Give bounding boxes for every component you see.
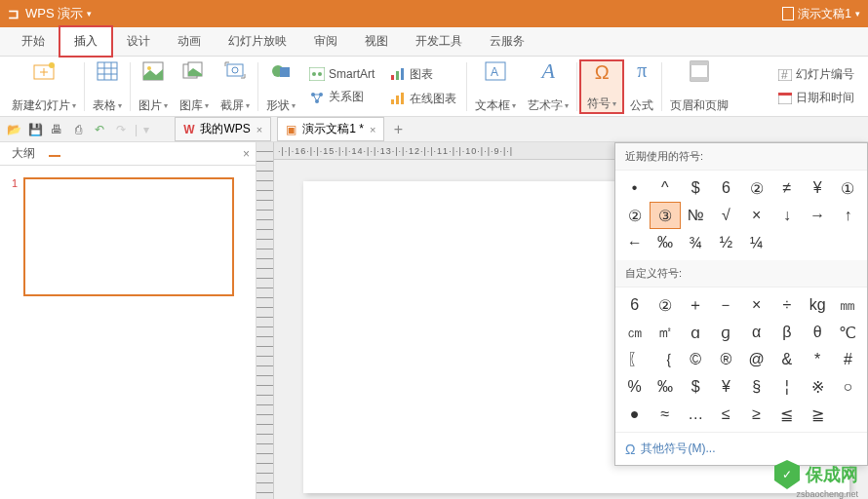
symbol-cell[interactable]: √: [711, 202, 741, 229]
symbol-cell[interactable]: §: [741, 373, 771, 401]
table-button[interactable]: 表格▾: [87, 59, 128, 114]
symbol-cell[interactable]: ×: [741, 291, 771, 319]
print-preview-icon[interactable]: ⎙: [70, 122, 86, 137]
symbol-cell[interactable]: ‰: [650, 229, 680, 256]
shape-button[interactable]: 形状▾: [260, 59, 301, 114]
symbol-cell[interactable]: ½: [711, 229, 741, 256]
symbol-cell[interactable]: －: [711, 291, 741, 319]
symbol-cell[interactable]: &: [771, 346, 802, 373]
symbol-cell[interactable]: ○: [833, 373, 863, 401]
symbol-cell[interactable]: 6: [711, 174, 741, 202]
textbox-button[interactable]: A 文本框▾: [469, 59, 522, 114]
symbol-cell[interactable]: ②: [650, 291, 680, 319]
symbol-cell[interactable]: @: [741, 346, 771, 373]
tab-document[interactable]: ▣ 演示文稿1 * ×: [277, 117, 384, 141]
symbol-cell[interactable]: ɑ: [681, 319, 711, 346]
symbol-cell[interactable]: %: [619, 373, 650, 401]
menu-2[interactable]: 设计: [113, 27, 164, 56]
symbol-cell[interactable]: ●: [619, 401, 650, 428]
new-tab-icon[interactable]: +: [390, 122, 406, 137]
print-icon[interactable]: 🖶: [49, 122, 64, 137]
menu-8[interactable]: 云服务: [476, 27, 538, 56]
datetime-button[interactable]: 日期和时间: [776, 88, 856, 108]
symbol-cell[interactable]: ↑: [833, 202, 863, 229]
formula-button[interactable]: π 公式: [624, 59, 659, 114]
tab-my-wps[interactable]: W 我的WPS ×: [175, 117, 271, 141]
menu-7[interactable]: 开发工具: [402, 27, 476, 56]
symbol-cell[interactable]: ¼: [741, 229, 771, 256]
menu-1[interactable]: 插入: [59, 25, 113, 58]
save-icon[interactable]: 💾: [27, 122, 43, 137]
symbol-cell[interactable]: •: [619, 174, 650, 202]
new-slide-button[interactable]: 新建幻灯片▾: [6, 59, 82, 114]
symbol-cell[interactable]: #: [833, 346, 863, 373]
header-footer-button[interactable]: 页眉和页脚: [664, 59, 734, 114]
gallery-button[interactable]: 图库▾: [174, 59, 215, 114]
symbol-cell[interactable]: 〖: [619, 346, 650, 373]
title-dropdown-icon[interactable]: ▾: [87, 9, 92, 19]
symbol-cell[interactable]: ≤: [711, 401, 741, 428]
outline-tab[interactable]: 大纲: [6, 143, 41, 164]
symbol-cell[interactable]: ×: [741, 202, 771, 229]
symbol-cell[interactable]: θ: [803, 319, 833, 346]
symbol-cell[interactable]: ≥: [741, 401, 771, 428]
symbol-cell[interactable]: №: [681, 202, 711, 229]
wordart-button[interactable]: A 艺术字▾: [522, 59, 574, 114]
symbol-cell[interactable]: ℃: [833, 319, 863, 346]
symbol-cell[interactable]: ÷: [771, 291, 802, 319]
relation-button[interactable]: 关系图: [307, 87, 376, 107]
symbol-cell[interactable]: ③: [650, 202, 680, 229]
symbol-cell[interactable]: ㎜: [833, 291, 863, 319]
symbol-cell[interactable]: ¥: [711, 373, 741, 401]
symbol-cell[interactable]: …: [681, 401, 711, 428]
symbol-cell[interactable]: ≠: [771, 174, 802, 202]
symbol-cell[interactable]: ②: [619, 202, 650, 229]
symbol-cell[interactable]: ≧: [803, 401, 833, 428]
symbol-cell[interactable]: α: [741, 319, 771, 346]
tab-close-icon[interactable]: ×: [256, 124, 262, 135]
open-icon[interactable]: 📂: [6, 122, 21, 137]
symbol-cell[interactable]: ①: [833, 174, 863, 202]
symbol-cell[interactable]: $: [681, 174, 711, 202]
symbol-cell[interactable]: ¥: [803, 174, 833, 202]
picture-button[interactable]: 图片▾: [133, 59, 174, 114]
symbol-cell[interactable]: $: [681, 373, 711, 401]
symbol-cell[interactable]: ㎝: [619, 319, 650, 346]
symbol-cell[interactable]: ©: [681, 346, 711, 373]
menu-4[interactable]: 幻灯片放映: [215, 27, 300, 56]
smartart-button[interactable]: SmartArt: [307, 65, 376, 83]
undo-icon[interactable]: ↶: [92, 122, 107, 137]
symbol-cell[interactable]: ※: [803, 373, 833, 401]
symbol-button[interactable]: Ω 符号▾: [579, 59, 624, 114]
symbol-cell[interactable]: ¦: [771, 373, 802, 401]
symbol-cell[interactable]: ←: [619, 229, 650, 256]
chart-button[interactable]: 图表: [388, 64, 458, 85]
menu-3[interactable]: 动画: [164, 27, 215, 56]
online-chart-button[interactable]: 在线图表: [388, 89, 458, 109]
symbol-cell[interactable]: ≈: [650, 401, 680, 428]
symbol-cell[interactable]: ②: [741, 174, 771, 202]
symbol-cell[interactable]: ㎡: [650, 319, 680, 346]
symbol-cell[interactable]: ｛: [650, 346, 680, 373]
symbol-cell[interactable]: ＋: [681, 291, 711, 319]
symbol-cell[interactable]: ¾: [681, 229, 711, 256]
panel-close-icon[interactable]: ×: [243, 147, 250, 161]
menu-6[interactable]: 视图: [351, 27, 402, 56]
slide-number-button[interactable]: #幻灯片编号: [776, 64, 856, 85]
screenshot-button[interactable]: 截屏▾: [215, 59, 256, 114]
symbol-cell[interactable]: ®: [711, 346, 741, 373]
slide-thumbnail[interactable]: [23, 177, 234, 296]
symbol-cell[interactable]: β: [771, 319, 802, 346]
menu-5[interactable]: 审阅: [300, 27, 351, 56]
symbol-cell[interactable]: ≦: [771, 401, 802, 428]
redo-icon[interactable]: ↷: [113, 122, 129, 137]
symbol-cell[interactable]: kg: [803, 291, 833, 319]
slides-tab[interactable]: [49, 151, 60, 157]
symbol-cell[interactable]: 6: [619, 291, 650, 319]
symbol-cell[interactable]: *: [803, 346, 833, 373]
symbol-cell[interactable]: →: [803, 202, 833, 229]
tab-close-icon[interactable]: ×: [370, 124, 375, 135]
symbol-cell[interactable]: ^: [650, 174, 680, 202]
symbol-cell[interactable]: ‰: [650, 373, 680, 401]
menu-0[interactable]: 开始: [8, 27, 59, 56]
